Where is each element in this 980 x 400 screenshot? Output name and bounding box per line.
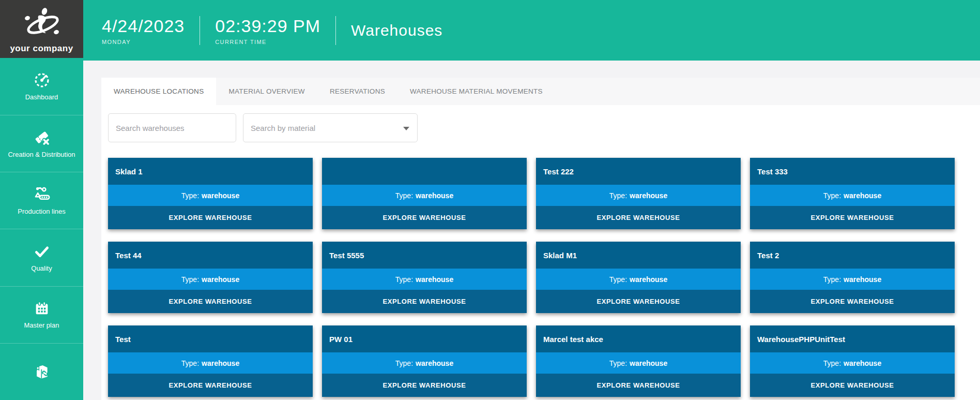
current-date: 4/24/2023 [102, 16, 185, 36]
warehouse-card-header: Test 333 [750, 158, 955, 185]
tab-reservations[interactable]: RESERVATIONS [317, 78, 397, 105]
explore-warehouse-button[interactable]: EXPLORE WAREHOUSE [322, 290, 527, 313]
robot-conveyor-icon [33, 186, 51, 203]
type-value: warehouse [416, 275, 453, 284]
warehouse-card: Marcel test akce Type: warehouse EXPLORE… [536, 325, 741, 397]
type-value: warehouse [844, 191, 881, 200]
sidebar-item-quality[interactable]: Quality [0, 229, 83, 286]
card-title: Test 222 [543, 167, 574, 176]
search-by-material-input[interactable] [243, 113, 418, 142]
current-time-label: CURRENT TIME [215, 39, 320, 45]
search-warehouses-input[interactable] [108, 113, 236, 142]
warehouse-type-row: Type: warehouse [750, 185, 955, 206]
sidebar-item-label: Creation & Distribution [6, 151, 77, 158]
explore-warehouse-button[interactable]: EXPLORE WAREHOUSE [750, 374, 955, 397]
sidebar: your company Dashboard [0, 0, 83, 400]
warehouse-card: Test Type: warehouse EXPLORE WAREHOUSE [108, 325, 313, 397]
warehouse-type-row: Type: warehouse [322, 185, 527, 206]
type-value: warehouse [630, 275, 667, 284]
explore-warehouse-button[interactable]: EXPLORE WAREHOUSE [108, 374, 313, 397]
sidebar-item-label: Production lines [16, 208, 68, 215]
sidebar-item-dashboard[interactable]: Dashboard [0, 58, 83, 115]
card-title: Test [115, 335, 131, 344]
warehouse-card: Test 222 Type: warehouse EXPLORE WAREHOU… [536, 158, 741, 229]
warehouse-card-header: Sklad 1 [108, 158, 313, 185]
explore-warehouse-button[interactable]: EXPLORE WAREHOUSE [108, 206, 313, 229]
sidebar-item-master-plan[interactable]: Master plan [0, 286, 83, 343]
tab-warehouse-material-movements[interactable]: WAREHOUSE MATERIAL MOVEMENTS [397, 78, 555, 105]
warehouse-card: PW 01 Type: warehouse EXPLORE WAREHOUSE [322, 325, 527, 397]
sidebar-item-label: Master plan [22, 322, 62, 329]
warehouse-type-row: Type: warehouse [108, 352, 313, 374]
sidebar-item-production-lines[interactable]: Production lines [0, 172, 83, 229]
type-label: Type: [395, 191, 413, 200]
type-label: Type: [395, 275, 413, 284]
type-label: Type: [823, 275, 841, 284]
type-label: Type: [823, 359, 841, 367]
warehouse-type-row: Type: warehouse [322, 269, 527, 290]
warehouse-type-row: Type: warehouse [108, 269, 313, 290]
warehouse-type-row: Type: warehouse [750, 352, 955, 374]
warehouse-type-row: Type: warehouse [536, 352, 741, 374]
warehouse-card: Sklad M1 Type: warehouse EXPLORE WAREHOU… [536, 242, 741, 313]
time-block: 02:39:29 PM CURRENT TIME [215, 16, 320, 45]
app-root: your company Dashboard [0, 0, 980, 400]
card-title: Sklad 1 [115, 167, 143, 176]
explore-warehouse-button[interactable]: EXPLORE WAREHOUSE [536, 206, 741, 229]
type-value: warehouse [844, 275, 881, 284]
explore-warehouse-button[interactable]: EXPLORE WAREHOUSE [322, 374, 527, 397]
checkmark-icon [33, 243, 51, 260]
type-value: warehouse [630, 359, 667, 367]
type-value: warehouse [202, 191, 239, 200]
tab-material-overview[interactable]: MATERIAL OVERVIEW [216, 78, 317, 105]
card-title: Test 333 [757, 167, 788, 176]
explore-warehouse-button[interactable]: EXPLORE WAREHOUSE [108, 290, 313, 313]
type-label: Type: [181, 359, 199, 367]
warehouse-card: Type: warehouse EXPLORE WAREHOUSE [322, 158, 527, 229]
explore-warehouse-button[interactable]: EXPLORE WAREHOUSE [536, 290, 741, 313]
tab-warehouse-locations[interactable]: WAREHOUSE LOCATIONS [101, 78, 216, 105]
card-title: Test 2 [757, 251, 779, 260]
warehouse-type-row: Type: warehouse [108, 185, 313, 206]
type-label: Type: [181, 191, 199, 200]
type-label: Type: [609, 191, 627, 200]
explore-warehouse-button[interactable]: EXPLORE WAREHOUSE [750, 206, 955, 229]
warehouse-card-header [322, 158, 527, 185]
warehouse-card: Sklad 1 Type: warehouse EXPLORE WAREHOUS… [108, 158, 313, 229]
type-label: Type: [609, 275, 627, 284]
warehouse-card: Test 333 Type: warehouse EXPLORE WAREHOU… [750, 158, 955, 229]
sidebar-item-label: Quality [29, 265, 54, 272]
explore-warehouse-button[interactable]: EXPLORE WAREHOUSE [536, 374, 741, 397]
warehouse-card-header: Test [108, 325, 313, 352]
warehouse-card-header: Test 2 [750, 242, 955, 269]
sidebar-item-warehouses[interactable] [0, 343, 83, 400]
warehouse-type-row: Type: warehouse [536, 185, 741, 206]
warehouse-card: Test 2 Type: warehouse EXPLORE WAREHOUSE [750, 242, 955, 313]
type-label: Type: [609, 359, 627, 367]
filter-row [108, 113, 955, 142]
ticket-cancel-icon [33, 129, 51, 146]
card-title: Test 44 [115, 251, 142, 260]
warehouse-type-row: Type: warehouse [322, 352, 527, 374]
explore-warehouse-button[interactable]: EXPLORE WAREHOUSE [322, 206, 527, 229]
search-by-material-select[interactable] [243, 113, 418, 142]
type-value: warehouse [416, 191, 453, 200]
header-divider [200, 16, 200, 45]
sidebar-item-creation-distribution[interactable]: Creation & Distribution [0, 115, 83, 172]
calendar-icon [33, 300, 51, 317]
warehouse-card: WarehousePHPUnitTest Type: warehouse EXP… [750, 325, 955, 397]
content-area: WAREHOUSE LOCATIONS MATERIAL OVERVIEW RE… [83, 61, 980, 400]
warehouse-grid: Sklad 1 Type: warehouse EXPLORE WAREHOUS… [108, 158, 955, 397]
warehouse-card: Test 5555 Type: warehouse EXPLORE WAREHO… [322, 242, 527, 313]
warehouse-card-header: Marcel test akce [536, 325, 741, 352]
company-name: your company [10, 43, 73, 54]
warehouse-card-header: PW 01 [322, 325, 527, 352]
top-header: 4/24/2023 MONDAY 02:39:29 PM CURRENT TIM… [83, 0, 980, 61]
type-value: warehouse [416, 359, 453, 367]
gauge-icon [33, 71, 51, 89]
type-value: warehouse [202, 359, 239, 367]
current-day: MONDAY [102, 39, 185, 45]
explore-warehouse-button[interactable]: EXPLORE WAREHOUSE [750, 290, 955, 313]
type-value: warehouse [630, 191, 667, 200]
warehouse-card-header: Test 5555 [322, 242, 527, 269]
